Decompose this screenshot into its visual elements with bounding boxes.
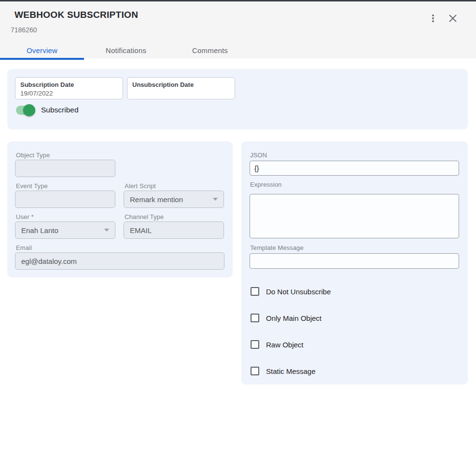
subscription-date-value: 19/07/2022 bbox=[20, 90, 118, 97]
unsubscription-date-label: Unsubscription Date bbox=[132, 81, 230, 88]
raw-object-label: Raw Object bbox=[266, 341, 304, 349]
subscribed-label: Subscribed bbox=[41, 106, 79, 114]
subscription-date-field[interactable]: Subscription Date 19/07/2022 bbox=[15, 77, 123, 99]
email-label: Email bbox=[16, 244, 32, 251]
object-type-input bbox=[15, 160, 115, 177]
raw-object-checkbox[interactable] bbox=[251, 340, 259, 349]
close-button[interactable] bbox=[446, 12, 460, 25]
kebab-menu-icon bbox=[428, 14, 438, 23]
dialog-header: WEBHOOK SUBSCRIPTION 7186260 Overview No… bbox=[0, 1, 476, 58]
toggle-thumb bbox=[23, 104, 35, 116]
static-message-label: Static Message bbox=[266, 367, 316, 375]
record-id: 7186260 bbox=[11, 26, 37, 34]
event-type-label: Event Type bbox=[16, 182, 48, 190]
event-type-input bbox=[15, 191, 115, 208]
channel-type-input: EMAIL bbox=[124, 221, 224, 239]
chevron-down-icon bbox=[104, 229, 109, 232]
template-message-label: Template Message bbox=[250, 244, 304, 251]
page-title: WEBHOOK SUBSCRIPTION bbox=[14, 10, 138, 20]
only-main-object-label: Only Main Object bbox=[266, 314, 322, 322]
subscription-panel: Subscription Date 19/07/2022 Unsubscript… bbox=[7, 69, 468, 129]
object-type-label: Object Type bbox=[16, 151, 50, 159]
template-message-input[interactable] bbox=[250, 253, 459, 269]
more-options-button[interactable] bbox=[426, 12, 440, 25]
subscription-date-label: Subscription Date bbox=[20, 81, 118, 88]
alert-script-select: Remark mention bbox=[124, 191, 224, 208]
alert-script-label: Alert Script bbox=[125, 182, 156, 190]
details-card: Object Type Event Type Alert Script Rema… bbox=[7, 141, 233, 277]
json-label: JSON bbox=[250, 151, 267, 159]
webhook-subscription-dialog: WEBHOOK SUBSCRIPTION 7186260 Overview No… bbox=[0, 0, 476, 454]
tab-comments[interactable]: Comments bbox=[168, 41, 252, 60]
expression-textarea[interactable] bbox=[250, 194, 459, 238]
static-message-checkbox[interactable] bbox=[251, 367, 259, 375]
close-icon bbox=[448, 14, 457, 23]
chevron-down-icon bbox=[213, 198, 218, 201]
user-select: Enah Lanto bbox=[15, 221, 115, 239]
message-card: JSON Expression Template Message Do Not … bbox=[241, 141, 468, 385]
tab-bar: Overview Notifications Comments bbox=[0, 41, 252, 60]
only-main-object-checkbox[interactable] bbox=[251, 314, 259, 322]
tab-notifications[interactable]: Notifications bbox=[84, 41, 168, 60]
do-not-unsubscribe-label: Do Not Unsubscribe bbox=[266, 288, 331, 296]
checkbox-row: Static Message bbox=[251, 366, 316, 376]
unsubscription-date-field[interactable]: Unsubscription Date bbox=[127, 77, 235, 99]
checkbox-row: Only Main Object bbox=[251, 313, 322, 323]
alert-script-value: Remark mention bbox=[130, 195, 183, 204]
unsubscription-date-value bbox=[132, 90, 230, 97]
expression-label: Expression bbox=[250, 181, 281, 188]
email-field: egl@dataloy.com bbox=[15, 252, 224, 270]
user-value: Enah Lanto bbox=[21, 226, 58, 234]
subscribed-toggle[interactable] bbox=[16, 106, 34, 115]
user-label: User * bbox=[16, 213, 34, 220]
do-not-unsubscribe-checkbox[interactable] bbox=[251, 287, 259, 296]
subscribed-toggle-row: Subscribed bbox=[16, 104, 79, 116]
channel-type-label: Channel Type bbox=[125, 213, 164, 220]
tab-overview[interactable]: Overview bbox=[0, 41, 84, 60]
checkbox-row: Do Not Unsubscribe bbox=[251, 287, 331, 296]
checkbox-row: Raw Object bbox=[251, 340, 304, 349]
json-input[interactable] bbox=[250, 161, 459, 176]
